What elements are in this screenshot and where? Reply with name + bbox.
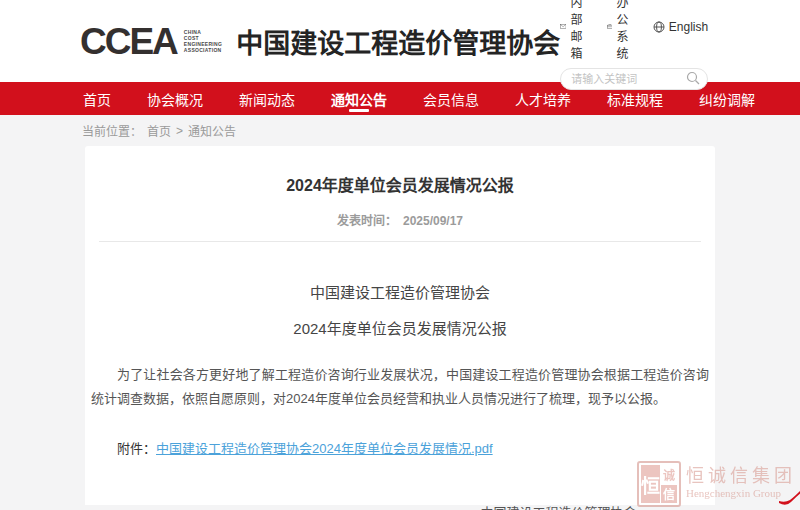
seal-char: 恒 [641, 465, 660, 503]
header-utilities: 内部邮箱 办公系统 English [560, 0, 708, 90]
english-link[interactable]: English [653, 20, 708, 34]
watermark-text: 恒诚信集团 Hengchengxin Group [686, 461, 796, 499]
attachment-line: 附件：中国建设工程造价管理协会2024年度单位会员发展情况.pdf [91, 438, 709, 457]
breadcrumb: 当前位置： 首页 > 通知公告 [0, 115, 800, 146]
logo-subtext: CHINA COST ENGINEERING ASSOCIATION [184, 29, 222, 53]
nav-item-member-info[interactable]: 会员信息 [420, 82, 482, 115]
logo-acronym: CCEA [80, 23, 177, 60]
seal-char: 信 [661, 485, 677, 504]
quick-link-label: 办公系统 [616, 0, 637, 61]
breadcrumb-current-link[interactable]: 通知公告 [188, 122, 236, 139]
publish-date: 2025/09/17 [403, 214, 463, 228]
breadcrumb-home-link[interactable]: 首页 [147, 122, 171, 139]
nav-item-dispute-mediation[interactable]: 纠纷调解 [696, 82, 758, 115]
signature-block: 中国建设工程造价管理协会 2025年9月17日 [451, 502, 666, 510]
seal-char: 诚 [661, 465, 677, 484]
nav-item-notices[interactable]: 通知公告 [328, 82, 390, 115]
mail-icon [560, 21, 566, 32]
globe-icon [653, 21, 665, 33]
office-system-link[interactable]: 办公系统 [607, 0, 638, 61]
quick-link-label: 内部邮箱 [570, 0, 591, 61]
watermark-name-en: Hengchengxin Group [686, 487, 796, 499]
logo-subtext-line: ASSOCIATION [184, 47, 222, 53]
hengchengxin-watermark: 恒 诚 信 恒诚信集团 Hengchengxin Group [637, 461, 796, 507]
internal-mail-link[interactable]: 内部邮箱 [560, 0, 592, 61]
quick-link-label: English [669, 20, 708, 34]
nav-item-standards[interactable]: 标准规程 [604, 82, 666, 115]
site-header: CCEA CHINA COST ENGINEERING ASSOCIATION … [0, 0, 800, 82]
nav-item-home[interactable]: 首页 [80, 82, 114, 115]
article-subtitle-org: 中国建设工程造价管理协会 [99, 281, 701, 302]
publish-label: 发表时间： [337, 214, 397, 228]
article-paragraph: 为了让社会各方更好地了解工程造价咨询行业发展状况，中国建设工程造价管理协会根据工… [91, 363, 709, 411]
attachment-label: 附件： [117, 441, 156, 456]
nav-item-news[interactable]: 新闻动态 [236, 82, 298, 115]
site-logo[interactable]: CCEA CHINA COST ENGINEERING ASSOCIATION … [80, 22, 560, 61]
article-subtitle-bulletin: 2024年度单位会员发展情况公报 [99, 317, 701, 338]
org-name-title: 中国建设工程造价管理协会 [236, 22, 560, 61]
watermark-name-cn: 恒诚信集团 [686, 466, 796, 486]
article-title: 2024年度单位会员发展情况公报 [99, 172, 701, 196]
hengchengxin-seal-icon: 恒 诚 信 [637, 461, 681, 507]
breadcrumb-prefix: 当前位置： [82, 122, 142, 139]
nav-item-association-overview[interactable]: 协会概况 [144, 82, 206, 115]
office-system-icon [607, 21, 613, 32]
publish-line: 发表时间：2025/09/17 [99, 211, 701, 228]
title-divider [99, 241, 701, 242]
attachment-pdf-link[interactable]: 中国建设工程造价管理协会2024年度单位会员发展情况.pdf [156, 441, 493, 456]
breadcrumb-separator: > [176, 124, 183, 138]
article-card: 2024年度单位会员发展情况公报 发表时间：2025/09/17 中国建设工程造… [85, 146, 715, 505]
signature-org: 中国建设工程造价管理协会 [451, 502, 666, 510]
quick-links: 内部邮箱 办公系统 English [560, 0, 708, 61]
nav-item-talent-training[interactable]: 人才培养 [512, 82, 574, 115]
